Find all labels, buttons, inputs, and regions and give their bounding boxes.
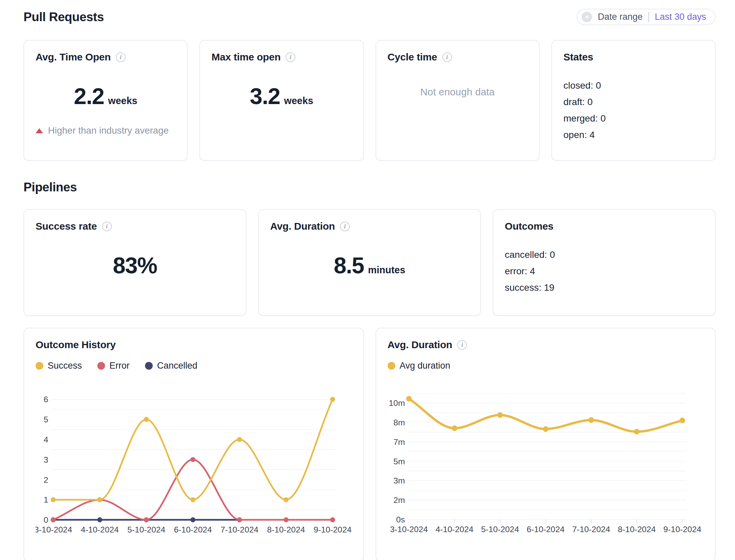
list-item: open4 bbox=[564, 130, 703, 140]
empty-state-text: Not enough data bbox=[388, 86, 528, 98]
svg-text:0s: 0s bbox=[396, 515, 405, 524]
list-item: success19 bbox=[505, 282, 703, 293]
pull-requests-cards: Avg. Time Open 2.2 weeks Higher than ind… bbox=[23, 40, 716, 161]
legend-label: Success bbox=[48, 361, 82, 371]
chart-title: Outcome History bbox=[36, 339, 116, 351]
date-range-value[interactable]: Last 30 days bbox=[655, 12, 706, 22]
metric: 2.2 weeks bbox=[36, 83, 176, 109]
legend-item[interactable]: Error bbox=[97, 361, 130, 371]
metric: 83% bbox=[36, 252, 234, 278]
metric-unit: minutes bbox=[368, 265, 405, 276]
date-range-label: Date range bbox=[598, 12, 643, 22]
avg-duration-card: Avg. Duration 8.5 minutes bbox=[258, 209, 481, 316]
pipelines-cards: Success rate 83% Avg. Duration 8.5 minut… bbox=[23, 209, 716, 316]
date-range-filter[interactable]: Date range Last 30 days bbox=[577, 9, 716, 25]
legend-dot-icon bbox=[97, 362, 105, 370]
page-header: Pull Requests Date range Last 30 days bbox=[23, 9, 716, 25]
metric-value: 83% bbox=[113, 252, 157, 278]
outcomes-card: Outcomes cancelled0 error4 success19 bbox=[493, 209, 716, 316]
svg-text:5-10-2024: 5-10-2024 bbox=[128, 525, 165, 534]
svg-text:6-10-2024: 6-10-2024 bbox=[174, 525, 212, 534]
info-icon[interactable] bbox=[286, 52, 295, 62]
legend-label: Cancelled bbox=[157, 361, 197, 371]
svg-text:2m: 2m bbox=[393, 496, 405, 505]
legend-dot-icon bbox=[145, 362, 153, 370]
info-icon[interactable] bbox=[102, 222, 112, 231]
svg-text:6-10-2024: 6-10-2024 bbox=[527, 525, 565, 534]
list-item: closed0 bbox=[564, 80, 703, 91]
legend-item[interactable]: Cancelled bbox=[145, 361, 197, 371]
card-title: Avg. Time Open bbox=[36, 51, 111, 63]
dashboard-page: Pull Requests Date range Last 30 days Av… bbox=[0, 0, 735, 560]
info-icon[interactable] bbox=[340, 222, 350, 231]
svg-text:8m: 8m bbox=[393, 418, 405, 427]
info-icon[interactable] bbox=[442, 52, 452, 62]
pill-divider bbox=[648, 12, 649, 22]
svg-text:7-10-2024: 7-10-2024 bbox=[572, 525, 610, 534]
benchmark-note-text: Higher than industry average bbox=[48, 125, 169, 136]
cycle-time-card: Cycle time Not enough data bbox=[376, 40, 540, 161]
svg-text:0: 0 bbox=[44, 515, 48, 524]
metric-unit: weeks bbox=[284, 95, 313, 106]
card-title: Cycle time bbox=[388, 51, 437, 63]
metric-value: 3.2 bbox=[250, 83, 280, 109]
list-item: draft0 bbox=[564, 97, 703, 107]
svg-text:3-10-2024: 3-10-2024 bbox=[36, 525, 72, 534]
chart-title: Avg. Duration bbox=[388, 339, 452, 351]
outcome-history-chart-card: Outcome History SuccessErrorCancelled 01… bbox=[23, 328, 364, 560]
svg-text:8-10-2024: 8-10-2024 bbox=[618, 525, 655, 534]
metric-unit: weeks bbox=[108, 95, 137, 106]
info-icon[interactable] bbox=[457, 340, 467, 350]
chart-legend: SuccessErrorCancelled bbox=[36, 361, 352, 371]
avg-duration-chart-card: Avg. Duration Avg duration 10m8m7m5m3m2m… bbox=[376, 328, 716, 560]
svg-text:10m: 10m bbox=[389, 399, 405, 408]
card-title: Max time open bbox=[211, 51, 281, 63]
legend-item[interactable]: Avg duration bbox=[388, 361, 450, 371]
svg-text:4-10-2024: 4-10-2024 bbox=[435, 525, 473, 534]
svg-text:9-10-2024: 9-10-2024 bbox=[314, 525, 352, 534]
states-list: closed0 draft0 merged0 open4 bbox=[564, 80, 703, 146]
svg-text:3m: 3m bbox=[393, 476, 405, 485]
list-item: merged0 bbox=[564, 113, 703, 124]
card-title: Avg. Duration bbox=[270, 221, 335, 232]
metric-value: 2.2 bbox=[74, 83, 104, 109]
card-title: States bbox=[564, 51, 593, 63]
pipelines-section-title: Pipelines bbox=[23, 180, 716, 194]
svg-text:3: 3 bbox=[44, 455, 48, 464]
svg-text:4-10-2024: 4-10-2024 bbox=[81, 525, 119, 534]
success-rate-card: Success rate 83% bbox=[23, 209, 246, 316]
legend-dot-icon bbox=[36, 362, 43, 370]
svg-text:3-10-2024: 3-10-2024 bbox=[390, 525, 428, 534]
svg-text:7-10-2024: 7-10-2024 bbox=[220, 525, 258, 534]
charts-row: Outcome History SuccessErrorCancelled 01… bbox=[23, 328, 716, 560]
svg-text:1: 1 bbox=[44, 495, 48, 504]
page-title: Pull Requests bbox=[23, 10, 104, 24]
legend-label: Error bbox=[109, 361, 130, 371]
states-card: States closed0 draft0 merged0 open4 bbox=[551, 40, 716, 161]
card-title: Success rate bbox=[36, 221, 97, 232]
list-item: error4 bbox=[505, 266, 703, 277]
list-item: cancelled0 bbox=[505, 249, 703, 260]
triangle-up-icon bbox=[36, 128, 43, 133]
outcome-history-chart: 01234563-10-20244-10-20245-10-20246-10-2… bbox=[36, 379, 352, 541]
legend-label: Avg duration bbox=[400, 361, 450, 371]
metric-value: 8.5 bbox=[334, 252, 364, 278]
svg-text:8-10-2024: 8-10-2024 bbox=[267, 525, 305, 534]
max-time-open-card: Max time open 3.2 weeks bbox=[199, 40, 363, 161]
svg-text:2: 2 bbox=[44, 475, 48, 484]
svg-text:7m: 7m bbox=[393, 437, 405, 447]
x-circle-icon[interactable] bbox=[582, 12, 592, 22]
svg-text:5-10-2024: 5-10-2024 bbox=[481, 525, 519, 534]
info-icon[interactable] bbox=[116, 52, 126, 62]
card-title: Outcomes bbox=[505, 221, 553, 232]
benchmark-note: Higher than industry average bbox=[36, 125, 176, 136]
outcomes-list: cancelled0 error4 success19 bbox=[505, 249, 703, 299]
svg-text:6: 6 bbox=[44, 395, 48, 404]
svg-text:5: 5 bbox=[44, 415, 48, 424]
avg-duration-chart: 10m8m7m5m3m2m0s3-10-20244-10-20245-10-20… bbox=[388, 379, 704, 541]
legend-dot-icon bbox=[388, 362, 395, 370]
legend-item[interactable]: Success bbox=[36, 361, 82, 371]
avg-time-open-card: Avg. Time Open 2.2 weeks Higher than ind… bbox=[23, 40, 188, 161]
svg-text:9-10-2024: 9-10-2024 bbox=[663, 525, 701, 534]
metric: 8.5 minutes bbox=[270, 252, 469, 278]
